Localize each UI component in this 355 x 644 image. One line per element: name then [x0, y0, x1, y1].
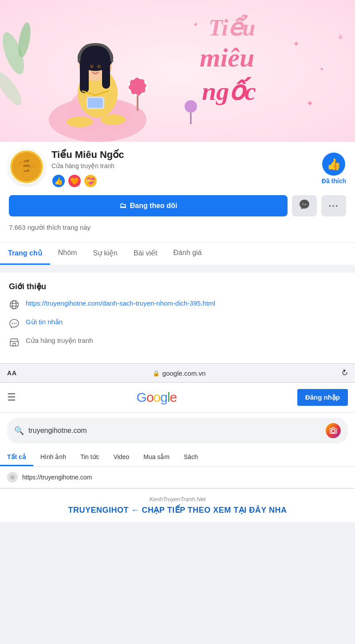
messenger-icon: [299, 199, 310, 213]
svg-point-43: [16, 323, 16, 324]
hamburger-menu-icon[interactable]: ☰: [7, 392, 16, 403]
svg-point-48: [10, 475, 15, 479]
camera-search-icon[interactable]: [326, 423, 341, 438]
intro-title: Giới thiệu: [9, 282, 346, 291]
filter-tab-videos[interactable]: Video: [106, 449, 137, 466]
action-buttons: 🗂 Đang theo dõi ···: [9, 195, 346, 216]
filter-tabs: Tất cả Hình ảnh Tin tức Video Mua sắm Sá…: [0, 449, 355, 467]
tab-reviews[interactable]: Đánh giá: [166, 243, 210, 265]
intro-website-item: https://truyengihotne.com/danh-sach-truy…: [9, 298, 346, 310]
filter-tab-books[interactable]: Sách: [177, 449, 205, 466]
svg-point-18: [101, 114, 126, 125]
svg-point-46: [331, 429, 335, 433]
intro-website-url[interactable]: https://truyengihotne.com/danh-sach-truy…: [26, 298, 215, 309]
svg-point-13: [90, 65, 94, 68]
intro-section: Giới thiệu https://truyengihotne.com/dan…: [0, 273, 355, 363]
more-icon: ···: [329, 201, 339, 211]
svg-point-22: [185, 100, 197, 113]
banner-watermark: KenhTruyenTranh.Net: [7, 496, 348, 503]
svg-rect-45: [13, 343, 16, 346]
thumbs-up-icon: 👍: [322, 153, 345, 176]
profile-category: Cửa hàng truyện tranh: [51, 162, 346, 169]
following-button[interactable]: 🗂 Đang theo dõi: [9, 195, 288, 216]
intro-store-item: Cửa hàng truyện tranh: [9, 336, 346, 347]
svg-text:miêu: miêu: [200, 43, 254, 72]
more-options-button[interactable]: ···: [321, 195, 346, 216]
lock-icon: 🔒: [153, 370, 160, 377]
store-icon: [9, 337, 20, 347]
svg-text:✦: ✦: [320, 66, 324, 72]
tab-groups[interactable]: Nhóm: [50, 243, 85, 265]
section-divider: [0, 265, 355, 268]
liked-label: Đã thích: [322, 177, 346, 185]
browser-aa-label[interactable]: AA: [7, 369, 17, 377]
google-logo: Google: [137, 390, 177, 405]
svg-point-14: [97, 65, 101, 68]
search-result-url[interactable]: https://truyengihotne.com: [0, 467, 355, 488]
intro-message-label[interactable]: Gửi tin nhắn: [26, 317, 63, 327]
search-icon: 🔍: [14, 426, 24, 436]
messenger-button[interactable]: [292, 195, 317, 216]
likes-count: 7.663 người thích trang này: [9, 224, 346, 232]
intro-store-label: Cửa hàng truyện tranh: [26, 336, 93, 346]
filter-tab-shopping[interactable]: Mua sắm: [136, 449, 177, 466]
profile-header: Tiểu miêu ngốc Tiểu Miêu Ngốc Cửa hàng t…: [9, 149, 346, 188]
svg-text:✦: ✦: [193, 21, 198, 28]
svg-point-19: [129, 78, 146, 95]
nav-tabs: Trang chủ Nhóm Sự kiện Bài viết Đánh giá: [0, 242, 355, 265]
svg-point-38: [12, 301, 16, 309]
love-reaction-icon: 🧡: [67, 174, 82, 188]
svg-point-42: [14, 323, 15, 324]
globe-icon: [9, 299, 20, 310]
filter-tab-news[interactable]: Tin tức: [73, 449, 106, 466]
tab-posts[interactable]: Bài viết: [126, 243, 166, 265]
bottom-banner: KenhTruyenTranh.Net TRUYENGIHOT ← CHẠP T…: [0, 488, 355, 522]
svg-rect-16: [88, 98, 103, 108]
browser-url-area[interactable]: 🔒 google.com.vn: [153, 369, 206, 377]
login-button[interactable]: Đăng nhập: [297, 389, 348, 406]
svg-text:Tiểu: Tiểu: [24, 159, 30, 162]
profile-section: Tiểu miêu ngốc Tiểu Miêu Ngốc Cửa hàng t…: [0, 142, 355, 242]
svg-text:ngốc: ngốc: [202, 77, 256, 106]
care-reaction-icon: 💝: [83, 174, 98, 188]
svg-point-41: [12, 323, 13, 324]
google-search-bar[interactable]: 🔍 truyengihotne.com: [7, 418, 348, 444]
svg-rect-11: [80, 58, 89, 93]
svg-point-37: [10, 301, 19, 309]
filter-tab-images[interactable]: Hình ảnh: [33, 449, 73, 466]
search-left: 🔍 truyengihotne.com: [14, 426, 87, 436]
avatar: Tiểu miêu ngốc: [9, 149, 44, 185]
google-header: ☰ Google Đăng nhập: [0, 383, 355, 412]
message-icon: [9, 318, 20, 329]
intro-message-item: Gửi tin nhắn: [9, 317, 346, 329]
svg-text:✦: ✦: [306, 98, 314, 108]
filter-tab-all[interactable]: Tất cả: [0, 449, 33, 466]
browser-url-text: google.com.vn: [162, 369, 206, 377]
phone-container: Tiểu miêu ngốc ✦ ✦ ✦ ✦ ⚘ Tiểu miêu ngốc: [0, 0, 355, 644]
tab-home[interactable]: Trang chủ: [0, 243, 50, 265]
result-favicon: [7, 472, 18, 483]
banner-main-text: TRUYENGIHOT ← CHẠP TIẾP THEO XEM TẠI ĐÂY…: [7, 505, 348, 515]
profile-info: Tiểu Miêu Ngốc Cửa hàng truyện tranh 👍 🧡…: [51, 149, 346, 188]
google-section: ☰ Google Đăng nhập 🔍 truyengihotne.com T: [0, 383, 355, 488]
svg-rect-44: [10, 342, 18, 346]
browser-bar: AA 🔒 google.com.vn ↻: [0, 363, 355, 383]
following-label: Đang theo dõi: [130, 202, 178, 210]
cover-image: Tiểu miêu ngốc ✦ ✦ ✦ ✦ ⚘: [0, 0, 355, 142]
svg-text:Tiểu: Tiểu: [209, 15, 255, 40]
svg-rect-12: [102, 58, 110, 89]
svg-point-17: [67, 117, 93, 127]
profile-name: Tiểu Miêu Ngốc: [51, 149, 346, 161]
like-reaction-icon: 👍: [51, 174, 66, 188]
svg-text:✦: ✦: [293, 39, 300, 48]
search-result-url-text: https://truyengihotne.com: [22, 474, 92, 481]
browser-reload-icon[interactable]: ↻: [339, 367, 350, 379]
following-icon: 🗂: [119, 202, 126, 210]
search-query-text: truyengihotne.com: [28, 427, 87, 435]
reaction-icons: 👍 🧡 💝: [51, 174, 346, 188]
svg-text:⚘: ⚘: [337, 34, 343, 41]
liked-section: 👍 Đã thích: [322, 153, 346, 185]
svg-text:ngốc: ngốc: [24, 169, 30, 172]
tab-events[interactable]: Sự kiện: [85, 243, 126, 265]
